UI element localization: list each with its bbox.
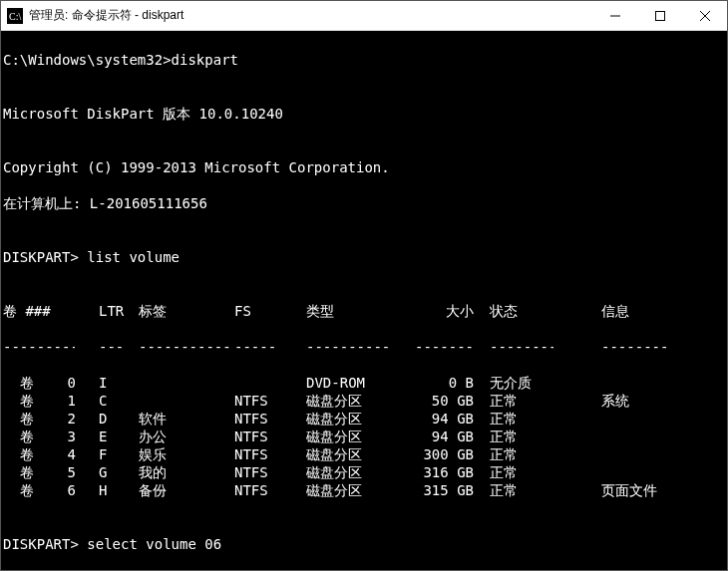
app-window: C:\ 管理员: 命令提示符 - diskpart C:\Windows\sys…	[0, 0, 728, 571]
cell-info	[601, 374, 681, 392]
cell-volume: 卷 2	[3, 410, 75, 428]
version-line: Microsoft DiskPart 版本 10.0.10240	[3, 105, 725, 123]
col-header-label: 标签	[139, 302, 234, 320]
window-title: 管理员: 命令提示符 - diskpart	[29, 7, 592, 24]
computer-line: 在计算机上: L-201605111656	[3, 194, 725, 212]
titlebar[interactable]: C:\ 管理员: 命令提示符 - diskpart	[1, 1, 727, 31]
cell-type: 磁盘分区	[306, 445, 402, 463]
minimize-button[interactable]	[592, 1, 637, 30]
table-row: 卷 1CNTFS磁盘分区50 GB正常系统	[3, 392, 725, 410]
cell-volume: 卷 0	[3, 374, 75, 392]
cell-label	[139, 392, 234, 410]
cell-info	[601, 463, 681, 481]
cell-label: 软件	[139, 410, 234, 428]
cell-fs: NTFS	[234, 428, 290, 445]
col-header-status: 状态	[490, 302, 553, 320]
cell-fs: NTFS	[234, 410, 290, 428]
cell-size: 94 GB	[402, 428, 474, 445]
cell-info	[601, 445, 681, 463]
cell-fs	[234, 374, 290, 392]
cell-ltr: C	[99, 392, 123, 410]
cmd-text: diskpart	[172, 52, 238, 68]
col-header-volume: 卷 ###	[3, 302, 75, 320]
cell-ltr: H	[99, 481, 123, 499]
cell-size: 316 GB	[402, 463, 474, 481]
cell-ltr: G	[99, 463, 123, 481]
prompt-line: DISKPART> select volume 06	[3, 535, 725, 553]
cell-ltr: F	[99, 445, 123, 463]
copyright-line: Copyright (C) 1999-2013 Microsoft Corpor…	[3, 158, 725, 176]
cell-status: 正常	[490, 392, 553, 410]
cmd-icon: C:\	[7, 8, 23, 24]
col-header-fs: FS	[234, 302, 290, 320]
col-header-size: 大小	[402, 302, 474, 320]
cell-label: 我的	[139, 463, 234, 481]
cell-info: 系统	[601, 392, 681, 410]
cell-ltr: I	[99, 374, 123, 392]
table-divider-row: ----------------------------------------…	[3, 338, 725, 356]
cell-status: 正常	[490, 481, 553, 499]
cell-volume: 卷 4	[3, 445, 75, 463]
cell-status: 正常	[490, 428, 553, 445]
cell-volume: 卷 6	[3, 481, 75, 499]
cell-label	[139, 374, 234, 392]
cell-label: 备份	[139, 481, 234, 499]
cell-fs: NTFS	[234, 445, 290, 463]
cell-status: 无介质	[490, 374, 553, 392]
col-header-type: 类型	[306, 302, 402, 320]
col-header-info: 信息	[601, 302, 681, 320]
cell-info	[601, 410, 681, 428]
diskpart-prompt: DISKPART>	[3, 536, 79, 552]
cell-status: 正常	[490, 410, 553, 428]
terminal-output[interactable]: C:\Windows\system32>diskpart Microsoft D…	[1, 31, 727, 570]
close-button[interactable]	[682, 1, 727, 30]
path-prompt: C:\Windows\system32>	[3, 52, 172, 68]
cell-info: 页面文件	[601, 481, 681, 499]
table-row: 卷 5G我的NTFS磁盘分区316 GB正常	[3, 463, 725, 481]
cell-fs: NTFS	[234, 481, 290, 499]
table-header-row: 卷 ###LTR标签FS类型大小状态信息	[3, 302, 725, 320]
cell-volume: 卷 3	[3, 428, 75, 445]
cell-type: 磁盘分区	[306, 428, 402, 445]
cell-status: 正常	[490, 445, 553, 463]
cell-info	[601, 428, 681, 445]
cell-fs: NTFS	[234, 392, 290, 410]
cell-volume: 卷 5	[3, 463, 75, 481]
table-row: 卷 4F娱乐NTFS磁盘分区300 GB正常	[3, 445, 725, 463]
svg-rect-3	[655, 11, 664, 20]
cell-size: 94 GB	[402, 410, 474, 428]
cell-ltr: E	[99, 428, 123, 445]
cell-type: 磁盘分区	[306, 392, 402, 410]
cell-type: DVD-ROM	[306, 374, 402, 392]
svg-text:C:\: C:\	[9, 11, 21, 22]
cell-label: 办公	[139, 428, 234, 445]
cell-ltr: D	[99, 410, 123, 428]
cell-size: 300 GB	[402, 445, 474, 463]
maximize-button[interactable]	[637, 1, 682, 30]
table-row: 卷 0IDVD-ROM0 B无介质	[3, 374, 725, 392]
cell-type: 磁盘分区	[306, 481, 402, 499]
cell-status: 正常	[490, 463, 553, 481]
col-header-ltr: LTR	[99, 302, 123, 320]
prompt-line: DISKPART> list volume	[3, 248, 725, 266]
cell-size: 0 B	[402, 374, 474, 392]
table-row: 卷 6H备份NTFS磁盘分区315 GB正常页面文件	[3, 481, 725, 499]
cmd-text: list volume	[87, 249, 180, 265]
cell-volume: 卷 1	[3, 392, 75, 410]
cell-label: 娱乐	[139, 445, 234, 463]
table-row: 卷 2D软件NTFS磁盘分区94 GB正常	[3, 410, 725, 428]
cell-fs: NTFS	[234, 463, 290, 481]
diskpart-prompt: DISKPART>	[3, 249, 79, 265]
cell-type: 磁盘分区	[306, 410, 402, 428]
cell-type: 磁盘分区	[306, 463, 402, 481]
cell-size: 50 GB	[402, 392, 474, 410]
cell-size: 315 GB	[402, 481, 474, 499]
table-row: 卷 3E办公NTFS磁盘分区94 GB正常	[3, 428, 725, 445]
prompt-line: C:\Windows\system32>diskpart	[3, 51, 725, 69]
cmd-text: select volume 06	[87, 536, 221, 552]
